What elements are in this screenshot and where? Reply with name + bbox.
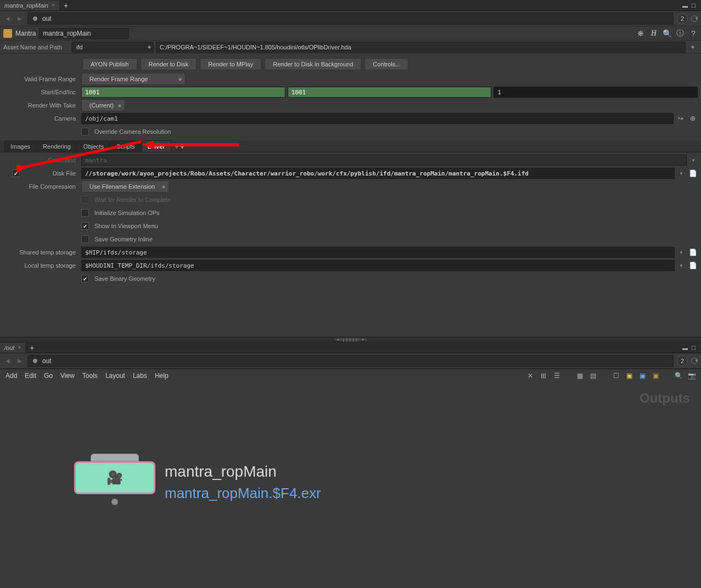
file-compression-dropdown[interactable]: Use Filename Extension◆ [81,180,169,193]
back-icon[interactable]: ◄ [3,14,12,23]
path-input[interactable]: out ▼ [27,13,674,25]
take-dropdown[interactable]: (Current)◆ [81,99,125,111]
maximize-icon[interactable]: ☐ [691,345,698,350]
file-chooser-icon[interactable]: 📄 [688,261,698,270]
node-name-input[interactable] [39,28,129,39]
tab-images[interactable]: Images [4,140,36,152]
disk-file-input[interactable] [81,168,675,179]
menu-add[interactable]: Add [5,372,17,380]
top-tab-bar: mantra_ropMain × + ▬ ☐ [0,0,701,11]
h-icon[interactable]: H [649,29,658,38]
shared-temp-label: Shared temp storage [3,249,79,256]
menu-go[interactable]: Go [44,372,53,380]
save-bin-checkbox[interactable] [81,275,89,282]
info-icon[interactable]: ⓘ [676,29,685,38]
menu-tools[interactable]: Tools [82,372,98,380]
chevron-down-icon[interactable]: ▼ [694,358,699,363]
start-end-label: Start/End/Inc [3,89,79,95]
minimize-icon[interactable]: ▬ [682,3,689,8]
back-icon[interactable]: ◄ [3,357,12,365]
tab-objects[interactable]: Objects [77,140,110,152]
local-temp-input[interactable] [81,260,675,271]
chevron-down-icon[interactable]: ▼ [679,263,683,268]
op-chooser-icon[interactable]: ⊕ [688,114,698,123]
note-icon[interactable]: ▣ [625,372,633,380]
grid2-icon[interactable]: ▤ [589,372,597,380]
render-background-button[interactable]: Render to Disk in Background [265,58,361,70]
camera-icon[interactable]: 📷 [688,372,696,380]
init-sim-checkbox[interactable] [81,209,89,217]
shared-temp-input[interactable] [81,247,675,258]
box-icon[interactable]: ☐ [612,372,620,380]
ayon-publish-button[interactable]: AYON Publish [82,58,137,70]
toolbar-icons: ✕ ⊞ ☰ ▦ ▤ ☐ ▣ ▣ ▣ 🔍 📷 [526,372,696,380]
add-tab-button[interactable]: + [59,1,72,10]
menu-view[interactable]: View [60,372,75,380]
tree-icon[interactable]: ⊞ [540,372,547,380]
chevron-down-icon[interactable]: ◆ [691,44,694,49]
grid-icon[interactable]: ▦ [576,372,584,380]
save-geo-checkbox[interactable] [81,235,89,243]
tab-scripts[interactable]: Scripts [110,140,141,152]
wait-checkbox [81,196,89,203]
tab-driver[interactable]: Driver [142,140,171,152]
inc-input[interactable] [493,87,698,98]
image-icon[interactable]: ▣ [638,372,646,380]
file-chooser-icon[interactable]: 📄 [688,168,698,178]
wait-label: Wait for Render to Complete [94,196,171,203]
maximize-icon[interactable]: ☐ [691,3,698,8]
menu-labs[interactable]: Labs [133,372,147,380]
render-to-disk-button[interactable]: Render to Disk [141,58,197,70]
chevron-down-icon[interactable]: ▼ [679,250,683,255]
pin-badge[interactable]: 2 [677,13,688,24]
start-frame-input[interactable] [81,87,285,98]
pin-badge[interactable]: 2 [677,355,688,366]
close-icon[interactable]: × [52,2,55,8]
viewport-row: Show In Viewport Menu [0,219,701,233]
asset-name-dropdown[interactable]: ifd◆ [71,42,154,53]
forward-icon[interactable]: ► [15,14,24,23]
node-input-slot[interactable] [91,454,139,461]
pane-tab[interactable]: /out × [0,343,25,353]
list-icon[interactable]: ☰ [553,372,560,380]
nav-bar: ◄ ► out ▼ 2 [0,11,701,26]
override-res-checkbox[interactable] [81,128,89,135]
pane-splitter[interactable]: ◄┃┃┃┃┃► [0,337,701,342]
jump-icon[interactable]: ↪ [676,114,686,123]
help-icon[interactable]: ? [689,29,698,38]
rop-node[interactable]: 🎥 [74,461,155,494]
add-tab-icon[interactable]: + ▾ [172,142,187,152]
asset-path-field[interactable]: C:/PROGRA~1/SIDEEF~1/HOUDIN~1.805/houdin… [156,42,686,53]
end-frame-input[interactable] [288,87,492,98]
chevron-down-icon[interactable]: ▼ [694,16,699,21]
chevron-down-icon[interactable]: ▼ [679,171,683,176]
disk-file-checkbox[interactable] [12,169,20,177]
viewport-checkbox[interactable] [81,222,89,230]
menu-edit[interactable]: Edit [25,372,36,380]
gear-icon[interactable]: ❋ [636,29,645,38]
camera-input[interactable] [81,113,674,124]
pane-tab[interactable]: mantra_ropMain × [0,1,59,10]
window-controls: ▬ ☐ [682,345,701,350]
tab-label: mantra_ropMain [4,2,48,9]
menu-help[interactable]: Help [155,372,169,380]
tab-rendering[interactable]: Rendering [37,140,77,152]
forward-icon[interactable]: ► [15,357,24,365]
controls-button[interactable]: Controls... [364,58,408,70]
render-to-mplay-button[interactable]: Render to MPlay [200,58,261,70]
network-view[interactable]: Outputs 🎥 mantra_ropMain mantra_ropMain.… [0,382,701,588]
file-chooser-icon[interactable]: 📄 [688,247,698,257]
add-tab-button[interactable]: + [25,343,38,352]
wrench-icon[interactable]: ✕ [526,372,534,380]
search-icon[interactable]: 🔍 [663,29,671,38]
valid-frame-dropdown[interactable]: Render Frame Range◆ [81,73,186,85]
minimize-icon[interactable]: ▬ [682,345,689,350]
chevron-down-icon[interactable]: ▼ [691,158,696,163]
close-icon[interactable]: × [18,344,21,350]
node-output-dot[interactable] [111,499,118,505]
folder-icon[interactable]: ▣ [652,372,659,380]
search-icon[interactable]: 🔍 [675,372,682,380]
node-body[interactable]: 🎥 [74,461,155,494]
menu-layout[interactable]: Layout [105,372,125,380]
lower-path-input[interactable]: out ▼ [27,355,674,367]
